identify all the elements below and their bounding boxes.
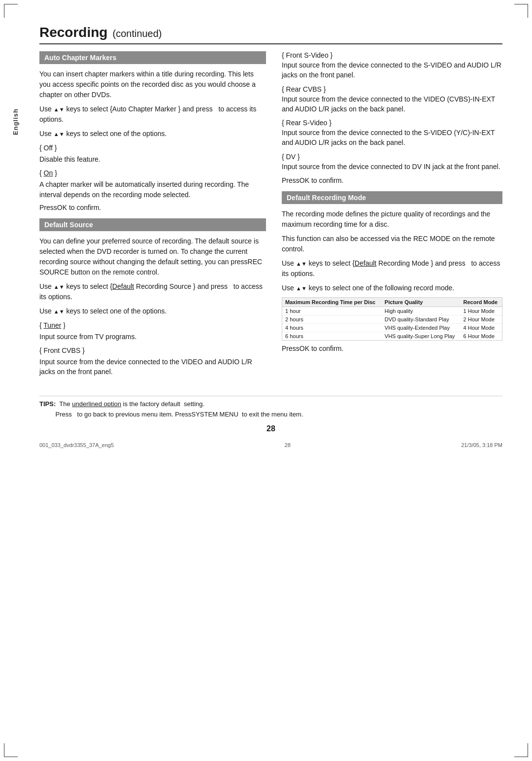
auto-chapter-use1: Use ▲▼ keys to select {Auto Chapter Mark… [39, 104, 266, 125]
press-ok-source: PressOK to confirm. [282, 176, 502, 184]
rear-svideo-desc: Input source from the device connected t… [282, 128, 502, 148]
arrow-keys-2: ▲▼ [54, 131, 65, 137]
table-cell: 1 Hour Mode [461, 307, 502, 315]
tips-text1: The underlined option is the factory def… [59, 400, 204, 408]
default-recording-use2: Use ▲▼ keys to select one of the followi… [282, 283, 502, 293]
default-source-header: Default Source [39, 218, 266, 231]
title-main: Recording [39, 25, 107, 40]
default-source-use1: Use ▲▼ keys to select {Default Recording… [39, 281, 266, 302]
on-title: { On } [39, 168, 266, 178]
on-desc: A chapter marker will be automatically i… [39, 179, 266, 200]
default-underline: Default [112, 282, 134, 290]
footer-left: 001_033_dvdr3355_37A_eng5 [39, 442, 114, 448]
table-cell: 4 hours [282, 324, 382, 332]
arrow-keys-1: ▲▼ [54, 106, 65, 112]
table-col2-header: Picture Quality [382, 298, 461, 307]
rear-cvbs-title: { Rear CVBS } [282, 85, 502, 93]
table-cell: High quality [382, 307, 461, 315]
footer-center: 28 [285, 442, 291, 448]
table-row: 4 hoursVHS quality-Extended Play4 Hour M… [282, 324, 502, 332]
off-title: { Off } [39, 143, 266, 153]
recording-modes-table: Maximum Recording Time per Disc Picture … [282, 297, 502, 341]
auto-chapter-use2: Use ▲▼ keys to select one of the options… [39, 129, 266, 139]
front-svideo-section: { Front S-Video } Input source from the … [282, 51, 502, 80]
auto-chapter-body: You can insert chapter markers within a … [39, 69, 266, 100]
on-underline: On [44, 169, 53, 177]
title-sub: (continued) [112, 28, 162, 39]
left-column: Auto Chapter Markers You can insert chap… [39, 51, 266, 381]
table-cell: 2 Hour Mode [461, 315, 502, 324]
default-source-use2: Use ▲▼ keys to select one of the options… [39, 306, 266, 316]
off-desc: Disable this feature. [39, 154, 266, 164]
rear-cvbs-section: { Rear CVBS } Input source from the devi… [282, 85, 502, 114]
default-source-body: You can define your preferred source of … [39, 236, 266, 277]
tips-label: TIPS: [39, 400, 56, 408]
table-row: 6 hoursVHS quality-Super Long Play6 Hour… [282, 332, 502, 341]
table-cell: DVD quality-Standard Play [382, 315, 461, 324]
arrow-keys-4: ▲▼ [54, 309, 65, 314]
table-cell: 4 Hour Mode [461, 324, 502, 332]
default-recording-body2: This function can also be accessed via t… [282, 234, 502, 254]
dv-title: { DV } [282, 153, 502, 161]
table-cell: VHS quality-Super Long Play [382, 332, 461, 341]
corner-decoration-tr [514, 4, 528, 18]
right-column: { Front S-Video } Input source from the … [282, 51, 502, 381]
dv-desc: Input source from the device connected t… [282, 162, 502, 172]
table-cell: VHS quality-Extended Play [382, 324, 461, 332]
table-row: 1 hourHigh quality1 Hour Mode [282, 307, 502, 315]
tips-line2: Press to go back to previous menu item. … [39, 410, 502, 420]
table-row: 2 hoursDVD quality-Standard Play2 Hour M… [282, 315, 502, 324]
corner-decoration-bl [4, 743, 18, 757]
corner-decoration-tl [4, 4, 18, 18]
table-cell: 6 Hour Mode [461, 332, 502, 341]
table-col3-header: Record Mode [461, 298, 502, 307]
rear-svideo-title: { Rear S-Video } [282, 119, 502, 127]
table-cell: 1 hour [282, 307, 382, 315]
press-ok-mode: PressOK to confirm. [282, 345, 502, 352]
arrow-keys-5: ▲▼ [296, 261, 307, 267]
default-recording-use1: Use ▲▼ keys to select {Default Recording… [282, 258, 502, 279]
arrow-keys-3: ▲▼ [54, 284, 65, 290]
default-recording-mode-header: Default Recording Mode [282, 191, 502, 204]
press-ok-auto: PressOK to confirm. [39, 204, 266, 211]
arrow-keys-6: ▲▼ [296, 285, 307, 291]
underlined-option: underlined option [72, 400, 121, 408]
tuner-title: { Tuner } [39, 320, 266, 331]
rear-svideo-section: { Rear S-Video } Input source from the d… [282, 119, 502, 148]
default-recording-body1: The recording mode defines the picture q… [282, 209, 502, 230]
sidebar-language-label: English [12, 108, 23, 135]
tuner-underline: Tuner [43, 321, 61, 329]
default-rec-underline: Default [355, 259, 376, 267]
dv-section: { DV } Input source from the device conn… [282, 153, 502, 172]
page-number: 28 [39, 424, 502, 433]
table-cell: 2 hours [282, 315, 382, 324]
corner-decoration-br [514, 743, 528, 757]
front-svideo-title: { Front S-Video } [282, 51, 502, 59]
front-cvbs-desc: Input source from the device connected t… [39, 357, 266, 377]
auto-chapter-header: Auto Chapter Markers [39, 51, 266, 64]
table-cell: 6 hours [282, 332, 382, 341]
page-title: Recording (continued) [39, 25, 502, 44]
table-col1-header: Maximum Recording Time per Disc [282, 298, 382, 307]
front-svideo-desc: Input source from the device connected t… [282, 60, 502, 80]
front-cvbs-title: { Front CVBS } [39, 346, 266, 356]
footer-tips: TIPS: The underlined option is the facto… [39, 396, 502, 420]
tips-line1: TIPS: The underlined option is the facto… [39, 399, 502, 410]
rear-cvbs-desc: Input source from the device connected t… [282, 94, 502, 114]
footer-right: 21/3/05, 3:18 PM [461, 442, 502, 448]
tuner-desc: Input source from TV programs. [39, 332, 266, 342]
footer-bottom: 001_033_dvdr3355_37A_eng5 28 21/3/05, 3:… [39, 442, 502, 448]
